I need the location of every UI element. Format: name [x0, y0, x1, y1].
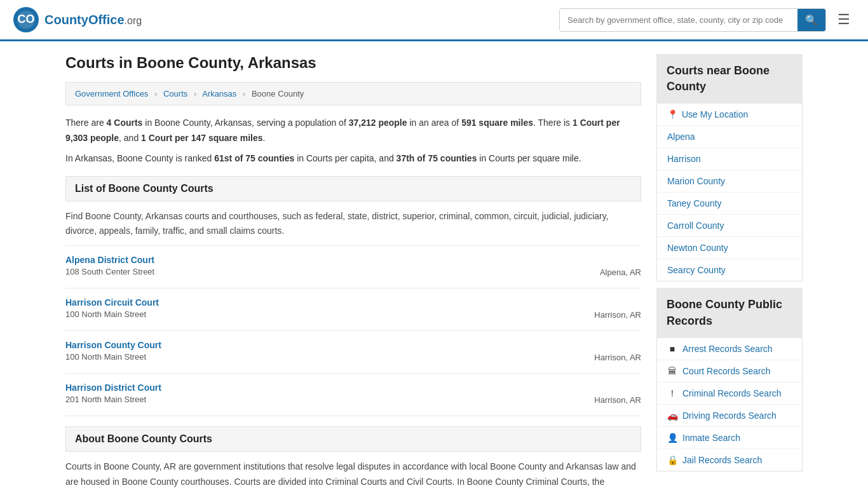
per-miles: 1 Court per 147 square miles: [141, 133, 262, 143]
sidebar-nearby-title: Courts near Boone County: [656, 54, 803, 104]
header-right: 🔍 ☰: [559, 8, 855, 32]
rank-sqmile: 37th of 75 counties: [397, 153, 477, 163]
breadcrumb-current: Boone County: [252, 89, 304, 98]
record-icon: 🏛: [667, 366, 677, 376]
record-link[interactable]: Court Records Search: [682, 366, 771, 376]
sidebar-use-location[interactable]: 📍 Use My Location: [657, 104, 802, 126]
court-item: Harrison County Court 100 North Main Str…: [65, 331, 641, 374]
sidebar-nearby-item[interactable]: Newton County: [657, 237, 802, 259]
record-link[interactable]: Jail Records Search: [682, 455, 762, 465]
logo-area: CO CountyOffice.org: [13, 6, 142, 33]
use-location-label: Use My Location: [682, 109, 748, 119]
search-bar: 🔍: [559, 8, 826, 32]
court-item: Harrison Circuit Court 100 North Main St…: [65, 288, 641, 331]
court-name-link[interactable]: Harrison Circuit Court: [65, 297, 159, 308]
population: 37,212 people: [349, 118, 407, 128]
sidebar-nearby-list: 📍 Use My Location AlpenaHarrisonMarion C…: [656, 104, 803, 281]
court-name-link[interactable]: Harrison District Court: [65, 383, 161, 393]
logo-text: CountyOffice.org: [44, 13, 142, 27]
breadcrumb-sep-3: ›: [243, 89, 245, 98]
search-input[interactable]: [560, 10, 797, 30]
sidebar-nearby-item[interactable]: Harrison: [657, 148, 802, 170]
record-link[interactable]: Criminal Records Search: [682, 388, 782, 398]
area: 591 square miles: [461, 118, 533, 128]
sidebar-nearby-link[interactable]: Taney County: [657, 193, 802, 214]
sidebar-nearby-section: Courts near Boone County 📍 Use My Locati…: [656, 54, 803, 281]
court-address: 100 North Main Street: [65, 352, 592, 362]
sidebar-nearby-item[interactable]: Taney County: [657, 193, 802, 215]
record-icon: ■: [667, 344, 677, 354]
sidebar-nearby-link[interactable]: Newton County: [657, 237, 802, 259]
court-address: 201 North Main Street: [65, 395, 592, 404]
record-link[interactable]: Inmate Search: [682, 433, 740, 443]
court-item: Harrison District Court 201 North Main S…: [65, 374, 641, 416]
record-icon: 🚗: [667, 410, 677, 421]
logo-icon: CO: [13, 6, 39, 33]
court-address: 100 North Main Street: [65, 309, 592, 319]
breadcrumb-gov-offices[interactable]: Government Offices: [75, 89, 148, 98]
records-list-item: 🔒 Jail Records Search: [657, 449, 802, 471]
sidebar: Courts near Boone County 📍 Use My Locati…: [656, 54, 803, 488]
records-list-item: 👤 Inmate Search: [657, 427, 802, 449]
location-icon: 📍: [667, 109, 678, 119]
court-city: Harrison, AR: [594, 340, 641, 362]
rank-capita: 61st of 75 counties: [214, 153, 294, 163]
about-section: About Boone County Courts Courts in Boon…: [65, 426, 641, 488]
page-title: Courts in Boone County, Arkansas: [65, 54, 641, 72]
sidebar-nearby-item[interactable]: Searcy County: [657, 259, 802, 281]
svg-text:CO: CO: [18, 13, 35, 25]
court-item: Alpena District Court 108 South Center S…: [65, 246, 641, 288]
records-list-item: 🏛 Court Records Search: [657, 360, 802, 383]
sidebar-nearby-link[interactable]: Searcy County: [657, 259, 802, 281]
about-text: Courts in Boone County, AR are governmen…: [65, 452, 641, 488]
record-icon: 👤: [667, 433, 677, 443]
court-city: Harrison, AR: [594, 297, 641, 320]
records-list: ■ Arrest Records Search 🏛 Court Records …: [656, 338, 803, 471]
record-link[interactable]: Driving Records Search: [682, 410, 776, 421]
about-header: About Boone County Courts: [65, 426, 641, 452]
sidebar-nearby-link[interactable]: Carroll County: [657, 215, 802, 236]
search-button[interactable]: 🔍: [797, 9, 825, 31]
use-location-link[interactable]: 📍 Use My Location: [657, 104, 802, 125]
courts-list: Alpena District Court 108 South Center S…: [65, 246, 641, 416]
sidebar-nearby-item[interactable]: Carroll County: [657, 215, 802, 237]
court-city: Harrison, AR: [594, 383, 641, 405]
record-link[interactable]: Arrest Records Search: [682, 344, 773, 354]
breadcrumb-courts[interactable]: Courts: [163, 89, 187, 98]
courts-count: 4 Courts: [107, 118, 143, 128]
record-icon: 🔒: [667, 455, 677, 465]
sidebar-nearby-item[interactable]: Marion County: [657, 170, 802, 193]
sidebar-records-section: Boone County Public Records ■ Arrest Rec…: [656, 288, 803, 471]
breadcrumb: Government Offices › Courts › Arkansas ›…: [65, 82, 641, 105]
court-address: 108 South Center Street: [65, 267, 597, 276]
sidebar-nearby-link[interactable]: Alpena: [657, 126, 802, 147]
records-list-item: ! Criminal Records Search: [657, 383, 802, 405]
sidebar-nearby-link[interactable]: Harrison: [657, 148, 802, 170]
record-icon: !: [667, 388, 677, 398]
court-name-link[interactable]: Alpena District Court: [65, 255, 154, 265]
sidebar-nearby-link[interactable]: Marion County: [657, 170, 802, 192]
breadcrumb-sep-2: ›: [194, 89, 196, 98]
menu-button[interactable]: ☰: [832, 9, 855, 30]
sidebar-records-title: Boone County Public Records: [656, 288, 803, 337]
list-section-header: List of Boone County Courts: [65, 176, 641, 201]
records-list-item: 🚗 Driving Records Search: [657, 405, 802, 427]
records-list-item: ■ Arrest Records Search: [657, 338, 802, 360]
main-container: Courts in Boone County, Arkansas Governm…: [53, 41, 815, 488]
content-area: Courts in Boone County, Arkansas Governm…: [65, 54, 641, 488]
breadcrumb-arkansas[interactable]: Arkansas: [202, 89, 236, 98]
list-section-desc: Find Boone County, Arkansas courts and c…: [65, 201, 641, 246]
header: CO CountyOffice.org 🔍 ☰: [0, 0, 868, 41]
court-name-link[interactable]: Harrison County Court: [65, 340, 161, 350]
court-city: Alpena, AR: [600, 255, 641, 277]
sidebar-nearby-item[interactable]: Alpena: [657, 126, 802, 148]
breadcrumb-sep-1: ›: [154, 89, 157, 98]
info-section: There are 4 Courts in Boone County, Arka…: [65, 116, 641, 166]
